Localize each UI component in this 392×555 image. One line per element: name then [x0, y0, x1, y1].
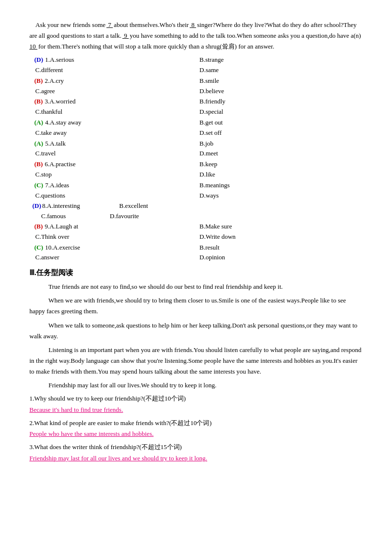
q1-answer: (D): [34, 55, 43, 65]
blank-9: 9: [122, 32, 130, 39]
q1-AC: (D)1.A.serious: [34, 55, 198, 65]
task-q2: 2.What kind of people are easier to make…: [29, 418, 363, 429]
q5-D: D.meet: [198, 149, 363, 159]
question-10: (C)10.A.exercise B.result C.answer D.opi…: [29, 243, 363, 263]
q6-c: C.stop: [35, 170, 52, 180]
q10-A: (C)10.A.exercise: [34, 243, 198, 253]
q4-b: B.get out: [199, 118, 223, 128]
q1-c: C.different: [35, 65, 63, 76]
q5-C: C.travel: [34, 149, 198, 159]
q1-d: D.same: [199, 65, 219, 76]
q3-b: B.friendly: [199, 97, 225, 107]
q5-num: 5.A.talk: [45, 139, 66, 149]
q9-D: D.Write down: [198, 232, 363, 242]
q8-d: D.favourite: [110, 211, 139, 222]
q9-d: D.Write down: [199, 232, 236, 242]
q2-answer: (B): [34, 76, 43, 86]
q3-D: D.special: [198, 107, 363, 117]
blank-8: 8: [189, 21, 197, 28]
q1-C: C.different: [34, 65, 198, 76]
question-5: (A)5.A.talk B.job C.travel D.meet: [29, 139, 363, 159]
q7-answer: (C): [34, 180, 43, 191]
intro-paragraph: Ask your new friends some 7 about themse…: [29, 20, 363, 52]
q10-answer: (C): [34, 243, 43, 253]
task-a2: People who have the same interests and h…: [29, 429, 363, 439]
q7-A: (C)7.A.ideas: [34, 180, 198, 191]
q9-num: 9.A.Laugh at: [45, 222, 78, 232]
question-2: (B)2.A.cry B.smile C.agree D.believe: [29, 76, 363, 97]
q10-C: C.answer: [34, 252, 198, 263]
q7-B: B.meanings: [198, 180, 363, 191]
question-1: (D)1.A.serious B.strange C.different D.s…: [29, 55, 363, 76]
q5-answer: (A): [34, 139, 43, 149]
q7-d: D.ways: [199, 191, 219, 201]
q4-C: C.take away: [34, 128, 198, 138]
q9-B: B.Make sure: [198, 222, 363, 232]
q9-b: B.Make sure: [199, 222, 232, 232]
q7-b: B.meanings: [199, 180, 230, 191]
reading-para-5: Friendship may last for all our lives.We…: [29, 380, 363, 391]
q10-c: C.answer: [35, 252, 59, 263]
q3-C: C.thankful: [34, 107, 198, 117]
q2-B: B.smile: [198, 76, 363, 86]
q6-C: C.stop: [34, 170, 198, 180]
q5-A: (A)5.A.talk: [34, 139, 198, 149]
q8-c: C.famous: [41, 211, 110, 222]
reading-para-2: When we are with friends,we should try t…: [29, 295, 363, 317]
blank-7: 7: [105, 21, 114, 28]
q9-c: C.Think over: [35, 232, 69, 242]
q1-b: B.strange: [199, 55, 223, 65]
q4-num: 4.A.stay away: [45, 118, 81, 128]
q2-D: D.believe: [198, 86, 363, 97]
q10-num: 10.A.exercise: [45, 243, 80, 253]
q6-A: (B)6.A.practise: [34, 159, 198, 170]
q7-C: C.questions: [34, 191, 198, 201]
question-3: (B)3.A.worried B.friendly C.thankful D.s…: [29, 97, 363, 117]
question-6: (B)6.A.practise B.keep C.stop D.like: [29, 159, 363, 180]
q4-A: (A)4.A.stay away: [34, 118, 198, 128]
blank-10: 10: [29, 32, 362, 50]
q10-b: B.result: [199, 243, 220, 253]
q1-B: B.strange: [198, 55, 363, 65]
question-9: (B)9.A.Laugh at B.Make sure C.Think over…: [29, 222, 363, 242]
q5-d: D.meet: [199, 149, 218, 159]
q7-c: C.questions: [35, 191, 65, 201]
q2-c: C.agree: [35, 86, 55, 97]
task-q1: 1.Why should we try to keep our friendsh…: [29, 394, 363, 404]
q2-C: C.agree: [34, 86, 198, 97]
q6-D: D.like: [198, 170, 363, 180]
page-content: Ask your new friends some 7 about themse…: [29, 20, 363, 464]
q2-d: D.believe: [199, 86, 224, 97]
q9-answer: (B): [34, 222, 43, 232]
q5-c: C.travel: [35, 149, 56, 159]
q8-b: B.excellent: [119, 201, 148, 211]
q2-num: 2.A.cry: [45, 76, 64, 86]
q6-answer: (B): [34, 159, 43, 170]
q4-answer: (A): [34, 118, 43, 128]
section-header: Ⅲ.任务型阅读: [29, 267, 363, 278]
q9-A: (B)9.A.Laugh at: [34, 222, 198, 232]
reading-para-4: Listening is an important part when you …: [29, 345, 363, 377]
q4-D: D.set off: [198, 128, 363, 138]
q3-num: 3.A.worried: [45, 97, 75, 107]
q2-b: B.smile: [199, 76, 219, 86]
q5-b: B.job: [199, 139, 214, 149]
task-a3: Friendship may last for all our lives an…: [29, 454, 363, 464]
q3-A: (B)3.A.worried: [34, 97, 198, 107]
task-a1: Because it's hard to find true friends.: [29, 405, 363, 415]
reading-para-1: True friends are not easy to find,so we …: [29, 281, 363, 292]
q7-num: 7.A.ideas: [45, 180, 69, 191]
q3-B: B.friendly: [198, 97, 363, 107]
q3-answer: (B): [34, 97, 43, 107]
reading-para-3: When we talk to someone,ask questions to…: [29, 320, 363, 342]
q1-D: D.same: [198, 65, 363, 76]
q4-c: C.take away: [35, 128, 67, 138]
q1-num: 1.A.serious: [45, 55, 74, 65]
q6-b: B.keep: [199, 159, 217, 170]
q6-d: D.like: [199, 170, 215, 180]
q4-d: D.set off: [199, 128, 221, 138]
q5-B: B.job: [198, 139, 363, 149]
q7-D: D.ways: [198, 191, 363, 201]
q10-D: D.opinion: [198, 252, 363, 263]
question-7: (C)7.A.ideas B.meanings C.questions D.wa…: [29, 180, 363, 201]
